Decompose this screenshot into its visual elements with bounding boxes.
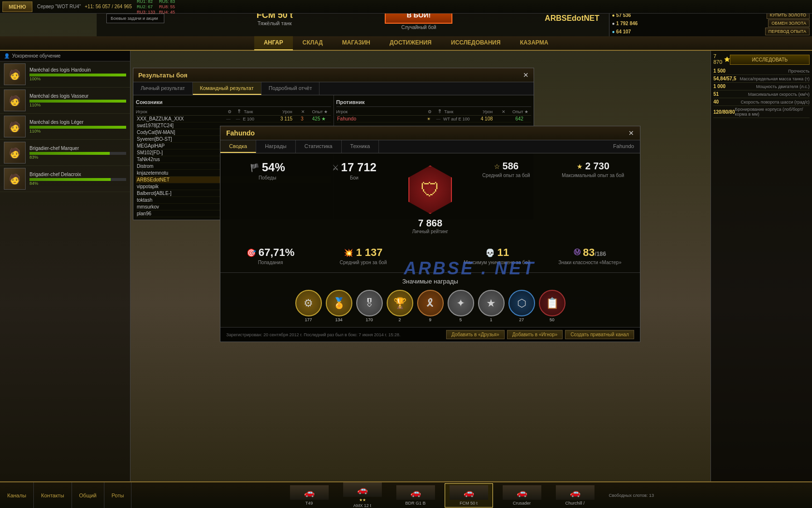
ru4-stat: RU4: 45 <box>159 10 175 15</box>
profile-tab-playername: Fahundo <box>608 140 640 153</box>
stat-mass: 54,84/57,5 Масса/предельная масса танка … <box>713 75 810 83</box>
tank-bdg1b-name: BDR G1 B <box>406 501 426 506</box>
add-friend-button[interactable]: Добавить в «Друзья» <box>446 330 505 339</box>
reward-2: 🎖 170 <box>356 290 383 322</box>
ally-row-0[interactable]: XXX_BAZZUKA_XXX — — E 100 3 115 3 425 ★ <box>136 116 331 122</box>
crew-name-2: Maréchal des logis Vasseur <box>29 93 126 99</box>
private-channel-button[interactable]: Создать приватный канал <box>565 330 634 339</box>
crew-info-3: Maréchal des logis Léger 110% <box>29 120 126 134</box>
avg-dmg-label: Средний урон за бой <box>320 260 406 265</box>
tab-awards[interactable]: Награды <box>256 140 296 153</box>
tank-slot-t49[interactable]: 🚗 T49 <box>285 483 334 508</box>
nav-shop[interactable]: МАГАЗИН <box>333 36 380 50</box>
tank-slot-bdg1b[interactable]: 🚗 BDR G1 B <box>392 483 440 508</box>
tank-slot-fcm50t[interactable]: 🚗 FCM 50 t <box>445 483 493 508</box>
tank-stats-panel: 7 870 ⭐ ИССЛЕДОВАТЬ 1 500 Прочность 54,8… <box>710 51 812 481</box>
stat-armor: 120/80/80 Бронирование корпуса (лоб/борт… <box>713 106 810 118</box>
crew-member-2[interactable]: 🧑 Maréchal des logis Vasseur 110% <box>0 88 130 114</box>
tank-fcm50t-image: 🚗 <box>450 485 488 500</box>
tank-crusader-image: 🚗 <box>503 485 541 500</box>
nav-channels[interactable]: Каналы <box>0 482 34 508</box>
nav-teams[interactable]: Роты <box>104 482 132 508</box>
nav-achievements[interactable]: ДОСТИЖЕНИЯ <box>380 36 441 50</box>
enemy-row-fahundo[interactable]: Fahundo ☀ — WT auf E 100 4 108 642 <box>336 116 532 122</box>
crew-header-label: Ускоренное обучение <box>12 53 60 59</box>
nav-research[interactable]: ИССЛЕДОВАНИЯ <box>441 36 510 50</box>
profile-player-name: Fahundo <box>226 129 255 137</box>
menu-button[interactable]: МЕНЮ <box>2 1 32 12</box>
reward-8: 📋 50 <box>539 290 566 322</box>
registration-info: Зарегистрирован: 20 сентября 2012 г. Пос… <box>226 332 400 337</box>
exchange-gold-button[interactable]: ОБМЕН ЗОЛОТА <box>768 19 810 27</box>
rewards-section: Значимые награды ⚙ 177 🏅 134 🎖 170 🏆 2 🎗… <box>220 272 640 327</box>
crew-pct-5: 84% <box>29 181 126 186</box>
nav-general[interactable]: Общий <box>72 482 104 508</box>
ignore-button[interactable]: Добавить в «Игнор» <box>507 330 563 339</box>
server-name: Сервер "WOT RU4" <box>37 4 81 9</box>
tab-detailed[interactable]: Подробный отчёт <box>261 82 320 95</box>
reward-count-7: 27 <box>519 317 524 322</box>
rating-number: 7 868 <box>418 218 442 229</box>
reward-count-2: 170 <box>365 317 373 322</box>
exp-amount: ● 64 107 <box>612 29 631 34</box>
crew-avatar-1: 🧑 <box>4 63 26 85</box>
crew-member-5[interactable]: 🧑 Brigadier-chef Delacroix 84% <box>0 166 130 192</box>
tank-fcm50t-name: FCM 50 t <box>460 501 478 506</box>
player-name-header: ARBSEdotNET <box>545 14 599 23</box>
stat-traverse: 40 Скорость поворота шасси (град/с) <box>713 98 810 106</box>
results-close-button[interactable]: ✕ <box>523 71 529 79</box>
clan-emblem: 🛡 <box>408 165 452 214</box>
tank-carousel: 🚗 T49 🚗 ★★ AMX 12 t 🚗 BDR G1 B 🚗 FCM 50 … <box>131 479 812 508</box>
stat-win-pct: 🏴 54% Победы <box>228 161 307 239</box>
battles-label: Бои <box>315 175 394 180</box>
reward-7: ⬡ 27 <box>508 290 535 322</box>
tank-slot-churchill[interactable]: 🚗 Churchill / <box>551 483 599 508</box>
free-exp-amount: 7 870 <box>713 53 724 65</box>
reward-badge-4: 🎗 <box>417 290 444 316</box>
tank-slot-amx12t[interactable]: 🚗 ★★ AMX 12 t <box>338 480 387 508</box>
crew-tasks-btn[interactable]: Боевые задачи и акции <box>106 14 164 23</box>
reward-count-6: 1 <box>490 317 492 322</box>
tab-team[interactable]: Командный результат <box>193 82 261 95</box>
silver-row: ● 1 792 846 ОБМЕН ЗОЛОТА <box>612 19 810 27</box>
nav-warehouse[interactable]: СКЛАД <box>293 36 333 50</box>
profile-header: Fahundo ✕ <box>220 126 640 140</box>
reward-badge-2: 🎖 <box>356 290 383 316</box>
tank-amx12t-stars: ★★ <box>359 498 366 502</box>
avg-exp-label: Средний опыт за бой <box>466 173 546 178</box>
transfer-exp-button[interactable]: ПЕРЕВОД ОПЫТА <box>765 28 810 35</box>
tab-statistics[interactable]: Статистика <box>296 140 342 153</box>
crew-avatar-4: 🧑 <box>4 142 26 164</box>
crew-member-1[interactable]: 🧑 Maréchal des logis Hardouin 100% <box>0 61 130 88</box>
reward-count-5: 5 <box>459 317 462 322</box>
ru-stats: RU1: 82 RU5: 83 RU2: 67 RU8: 55 RU3: 133… <box>137 0 175 15</box>
tank-slot-crusader[interactable]: 🚗 Crusader <box>498 483 546 508</box>
rewards-title: Значимые награды <box>228 278 633 285</box>
tank-t49-image: 🚗 <box>290 485 329 500</box>
results-title: Результаты боя <box>138 72 188 79</box>
crew-header: 👤 Ускоренное обучение <box>0 51 130 61</box>
tab-personal[interactable]: Личный результат <box>133 82 193 95</box>
crew-pct-4: 83% <box>29 155 126 160</box>
crew-member-3[interactable]: 🧑 Maréchal des logis Léger 110% <box>0 114 130 140</box>
research-button[interactable]: ИССЛЕДОВАТЬ <box>730 55 810 65</box>
max-exp-label: Максимальный опыт за бой <box>553 173 633 178</box>
crew-member-4[interactable]: 🧑 Brigadier-chef Marquer 83% <box>0 140 130 166</box>
ru5-stat: RU5: 83 <box>159 0 175 4</box>
allies-columns: Игрок ⚙ 🎖 Танк Урон ✕ Опыт ★ <box>136 108 331 116</box>
nav-hangar[interactable]: АНГАР <box>254 36 293 50</box>
tank-churchill-name: Churchill / <box>566 501 585 506</box>
profile-close-button[interactable]: ✕ <box>628 129 634 137</box>
stat-master: Ⓜ 83/186 Знаки классности «Мастер» <box>547 246 633 265</box>
nav-contacts[interactable]: Контакты <box>34 482 72 508</box>
nav-barracks[interactable]: КАЗАРМА <box>510 36 558 50</box>
tab-vehicles[interactable]: Техника <box>342 140 379 153</box>
tab-summary[interactable]: Сводка <box>220 140 256 153</box>
reward-4: 🎗 9 <box>417 290 444 322</box>
footer-buttons: Добавить в «Друзья» Добавить в «Игнор» С… <box>446 330 634 339</box>
bottom-bar: Каналы Контакты Общий Роты 🚗 T49 🚗 ★★ AM… <box>0 481 812 508</box>
stat-battles: ⚔ 17 712 Бои <box>315 161 394 239</box>
watermark: ARBSE . NET <box>404 258 536 279</box>
stat-avg-exp: ☆ 586 Средний опыт за бой <box>466 161 546 239</box>
reward-count-1: 134 <box>335 317 342 322</box>
